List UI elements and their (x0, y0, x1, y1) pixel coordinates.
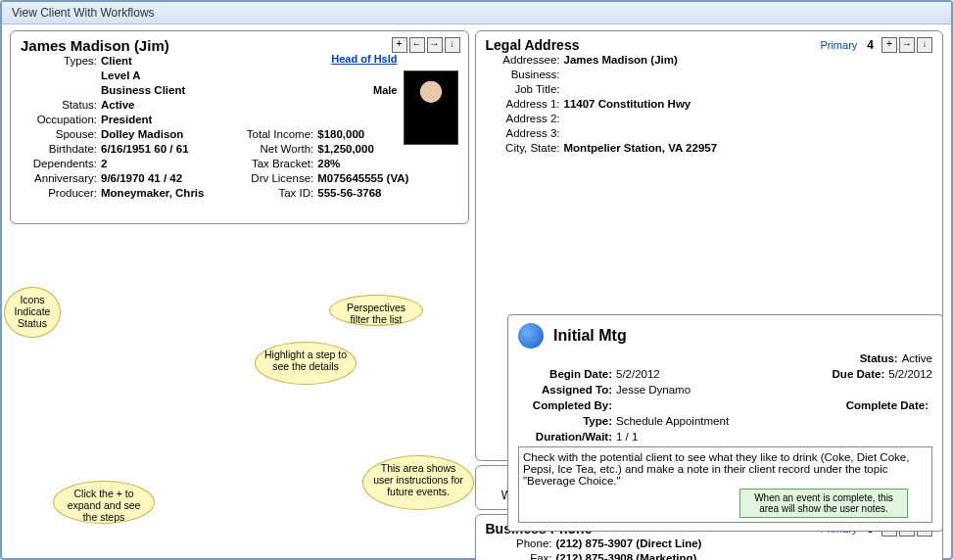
next-record-button[interactable]: → (427, 37, 443, 53)
callout-expand: Click the + to expand and see the steps (53, 481, 155, 524)
window-title: View Client With Workflows (2, 2, 951, 24)
status-dot-icon (518, 323, 544, 349)
client-photo (404, 70, 458, 145)
client-workflow-window: View Client With Workflows + ← → ↓ James… (0, 0, 953, 560)
callout-perspectives: Perspectives filter the list (329, 295, 423, 326)
prev-record-button[interactable]: ← (409, 37, 425, 53)
address-count: 4 (867, 38, 874, 52)
addr-last-button[interactable]: ↓ (917, 37, 932, 53)
addr-add-button[interactable]: + (882, 37, 897, 53)
add-record-button[interactable]: + (392, 37, 407, 53)
step-detail-panel: Initial Mtg Status:Active Begin Date:5/2… (507, 314, 943, 532)
address-primary-link[interactable]: Primary (820, 39, 857, 51)
addr-next-button[interactable]: → (899, 37, 915, 53)
address-title: Legal Address (486, 37, 821, 53)
callout-icons-status: Icons Indicate Status (4, 287, 61, 338)
head-of-household-link[interactable]: Head of Hsld (331, 53, 397, 65)
callout-area: This area shows user instructions for fu… (362, 455, 474, 510)
content-area: + ← → ↓ James Madison (Jim) Head of Hsld… (2, 24, 951, 560)
client-panel: + ← → ↓ James Madison (Jim) Head of Hsld… (10, 30, 469, 224)
client-nav-arrows: + ← → ↓ (392, 37, 460, 53)
last-record-button[interactable]: ↓ (445, 37, 460, 53)
callout-highlight: Highlight a step to see the details (255, 342, 357, 385)
notes-textarea[interactable]: Check with the potential client to see w… (518, 446, 932, 523)
gender-label: Male (373, 84, 397, 96)
notes-hint-callout: When an event is complete, this area wil… (739, 489, 908, 518)
detail-title: Initial Mtg (553, 327, 627, 345)
